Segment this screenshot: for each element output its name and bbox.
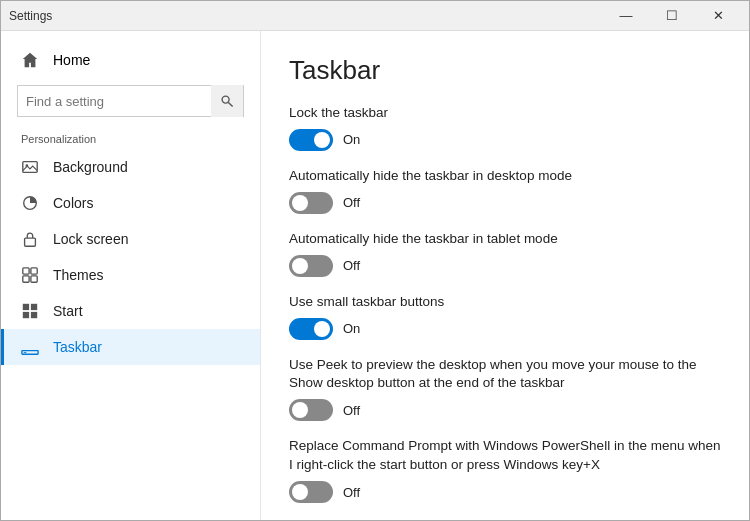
image-icon (21, 158, 39, 176)
lock-icon (21, 230, 39, 248)
svg-rect-13 (31, 312, 37, 318)
svg-rect-6 (23, 268, 29, 274)
main-area: Home Personalization Background Colors L… (1, 31, 749, 520)
toggle-row-peek: Off (289, 399, 721, 421)
setting-label-badges: Show badges on taskbar buttons (289, 519, 721, 520)
setting-label-hide-desktop: Automatically hide the taskbar in deskto… (289, 167, 721, 186)
nav-items: Background Colors Lock screen Themes Sta… (1, 149, 260, 365)
sidebar-item-start[interactable]: Start (1, 293, 260, 329)
toggle-powershell[interactable] (289, 481, 333, 503)
nav-item-label: Colors (53, 195, 93, 211)
sidebar-item-background[interactable]: Background (1, 149, 260, 185)
toggle-status-powershell: Off (343, 485, 360, 500)
svg-line-1 (228, 102, 232, 106)
window-title: Settings (9, 9, 52, 23)
setting-label-peek: Use Peek to preview the desktop when you… (289, 356, 721, 394)
svg-rect-12 (23, 312, 29, 318)
setting-label-powershell: Replace Command Prompt with Windows Powe… (289, 437, 721, 475)
sidebar-item-lock-screen[interactable]: Lock screen (1, 221, 260, 257)
svg-rect-15 (24, 352, 27, 353)
toggle-lock-taskbar[interactable] (289, 129, 333, 151)
home-icon (21, 51, 39, 69)
svg-rect-8 (23, 276, 29, 282)
sidebar-item-colors[interactable]: Colors (1, 185, 260, 221)
svg-rect-5 (25, 238, 36, 246)
svg-rect-11 (31, 304, 37, 310)
setting-label-lock-taskbar: Lock the taskbar (289, 104, 721, 123)
toggle-knob-powershell (292, 484, 308, 500)
close-button[interactable]: ✕ (695, 1, 741, 31)
toggle-status-small-buttons: On (343, 321, 360, 336)
home-label: Home (53, 52, 90, 68)
colors-icon (21, 194, 39, 212)
nav-item-label: Taskbar (53, 339, 102, 355)
search-input[interactable] (18, 94, 211, 109)
title-bar: Settings — ☐ ✕ (1, 1, 749, 31)
setting-hide-tablet: Automatically hide the taskbar in tablet… (289, 230, 721, 277)
toggle-peek[interactable] (289, 399, 333, 421)
toggle-hide-tablet[interactable] (289, 255, 333, 277)
search-icon (220, 94, 234, 108)
setting-hide-desktop: Automatically hide the taskbar in deskto… (289, 167, 721, 214)
nav-item-label: Background (53, 159, 128, 175)
toggle-knob-hide-desktop (292, 195, 308, 211)
setting-label-hide-tablet: Automatically hide the taskbar in tablet… (289, 230, 721, 249)
svg-point-0 (222, 96, 229, 103)
setting-badges: Show badges on taskbar buttons Off (289, 519, 721, 520)
toggle-knob-lock-taskbar (314, 132, 330, 148)
toggle-status-hide-tablet: Off (343, 258, 360, 273)
settings-window: Settings — ☐ ✕ Home (0, 0, 750, 521)
window-controls: — ☐ ✕ (603, 1, 741, 31)
toggle-row-hide-tablet: Off (289, 255, 721, 277)
page-title: Taskbar (289, 55, 721, 86)
sidebar-item-themes[interactable]: Themes (1, 257, 260, 293)
setting-small-buttons: Use small taskbar buttons On (289, 293, 721, 340)
toggle-knob-small-buttons (314, 321, 330, 337)
toggle-knob-peek (292, 402, 308, 418)
svg-rect-9 (31, 276, 37, 282)
svg-rect-2 (23, 162, 37, 173)
toggle-row-powershell: Off (289, 481, 721, 503)
taskbar-icon (21, 338, 39, 356)
search-button[interactable] (211, 85, 243, 117)
start-icon (21, 302, 39, 320)
toggle-status-hide-desktop: Off (343, 195, 360, 210)
toggle-row-hide-desktop: Off (289, 192, 721, 214)
search-box[interactable] (17, 85, 244, 117)
content-area: Taskbar Lock the taskbar On Automaticall… (261, 31, 749, 520)
nav-item-label: Start (53, 303, 83, 319)
setting-powershell: Replace Command Prompt with Windows Powe… (289, 437, 721, 503)
section-label: Personalization (1, 129, 260, 149)
nav-item-label: Themes (53, 267, 104, 283)
maximize-button[interactable]: ☐ (649, 1, 695, 31)
setting-peek: Use Peek to preview the desktop when you… (289, 356, 721, 422)
toggle-status-lock-taskbar: On (343, 132, 360, 147)
sidebar: Home Personalization Background Colors L… (1, 31, 261, 520)
svg-rect-10 (23, 304, 29, 310)
toggle-row-lock-taskbar: On (289, 129, 721, 151)
svg-rect-7 (31, 268, 37, 274)
toggle-hide-desktop[interactable] (289, 192, 333, 214)
toggle-status-peek: Off (343, 403, 360, 418)
minimize-button[interactable]: — (603, 1, 649, 31)
themes-icon (21, 266, 39, 284)
setting-lock-taskbar: Lock the taskbar On (289, 104, 721, 151)
setting-label-small-buttons: Use small taskbar buttons (289, 293, 721, 312)
sidebar-item-home[interactable]: Home (1, 43, 260, 77)
toggle-row-small-buttons: On (289, 318, 721, 340)
sidebar-item-taskbar[interactable]: Taskbar (1, 329, 260, 365)
nav-item-label: Lock screen (53, 231, 128, 247)
toggle-small-buttons[interactable] (289, 318, 333, 340)
settings-list: Lock the taskbar On Automatically hide t… (289, 104, 721, 520)
toggle-knob-hide-tablet (292, 258, 308, 274)
